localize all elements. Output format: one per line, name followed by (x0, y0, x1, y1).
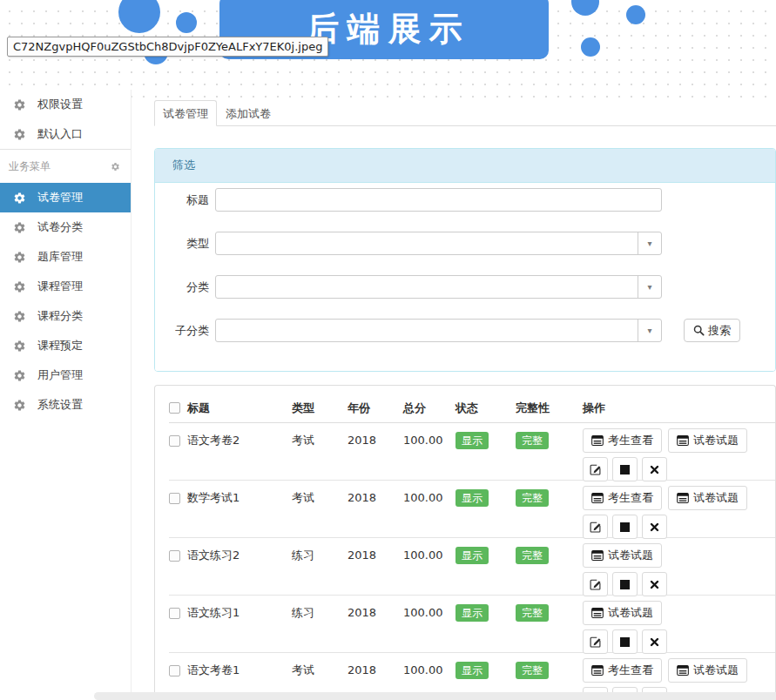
tab-add-paper[interactable]: 添加试卷 (217, 100, 280, 126)
gear-icon (13, 98, 26, 111)
stop-icon (620, 580, 630, 589)
paper-questions-button[interactable]: 试卷试题 (668, 428, 747, 453)
delete-button[interactable] (642, 572, 667, 596)
chevron-down-icon[interactable]: ▾ (638, 276, 661, 298)
table-header-row: 标题 类型 年份 总分 状态 完整性 操作 (169, 394, 775, 423)
student-view-label: 考生查看 (608, 433, 653, 448)
column-header-type: 类型 (292, 396, 348, 421)
title-input[interactable] (215, 188, 662, 212)
edit-button[interactable] (583, 572, 608, 596)
subcategory-field-label: 子分类 (155, 323, 209, 339)
row-operations: 试卷试题 (583, 601, 775, 654)
paper-year: 2018 (348, 601, 403, 625)
chevron-down-icon[interactable]: ▾ (638, 320, 661, 341)
gear-icon (13, 369, 26, 382)
close-icon (650, 580, 659, 589)
delete-button[interactable] (642, 515, 667, 539)
row-checkbox[interactable] (169, 608, 180, 619)
list-alt-icon (591, 665, 604, 676)
stop-icon (620, 637, 630, 647)
paper-questions-label: 试卷试题 (693, 663, 739, 678)
row-operations: 试卷试题 (583, 543, 775, 596)
paper-score: 100.00 (403, 601, 455, 625)
subcategory-select[interactable]: ▾ (215, 319, 662, 342)
status-badge: 显示 (455, 432, 489, 449)
paper-questions-button[interactable]: 试卷试题 (668, 658, 747, 683)
paper-questions-button[interactable]: 试卷试题 (583, 601, 662, 625)
status-badge: 显示 (455, 662, 489, 679)
sidebar-item-label: 题库管理 (37, 249, 83, 265)
paper-questions-label: 试卷试题 (693, 433, 739, 448)
column-header-operations: 操作 (583, 396, 775, 421)
sidebar-item[interactable]: 默认入口 (0, 119, 131, 149)
filter-form: 标题 类型 ▾ 分类 ▾ 子分类 ▾ (155, 183, 775, 371)
paper-type: 考试 (292, 658, 348, 683)
paper-score: 100.00 (403, 658, 455, 683)
filter-panel-title: 筛选 (155, 149, 775, 183)
sidebar-section-label: 业务菜单 (9, 159, 51, 174)
type-select[interactable]: ▾ (215, 232, 662, 255)
paper-score: 100.00 (403, 486, 455, 510)
paper-title: 语文考卷1 (187, 658, 292, 683)
stop-button[interactable] (612, 572, 638, 596)
edit-button[interactable] (583, 629, 608, 654)
student-view-button[interactable]: 考生查看 (583, 658, 662, 683)
list-alt-icon (677, 435, 689, 446)
stop-button[interactable] (612, 629, 638, 654)
papers-table-panel: 标题 类型 年份 总分 状态 完整性 操作 语文考卷2 考试 2018 100.… (154, 385, 776, 700)
delete-button[interactable] (642, 629, 667, 654)
sidebar-item[interactable]: 课程分类 (0, 301, 131, 331)
gear-icon (13, 221, 26, 234)
sidebar-item[interactable]: 课程管理 (0, 272, 131, 301)
close-icon (650, 522, 659, 532)
paper-questions-button[interactable]: 试卷试题 (583, 543, 662, 568)
student-view-button[interactable]: 考生查看 (583, 486, 662, 510)
column-header-status: 状态 (455, 396, 516, 421)
filter-row-title: 标题 (155, 188, 775, 212)
filename-label: C72NZgvpHQF0uZGStbCh8DvjpF0ZYeALFxY7EK0j… (7, 37, 328, 57)
chevron-down-icon[interactable]: ▾ (638, 232, 661, 254)
column-header-title: 标题 (187, 396, 292, 421)
sidebar-item-label: 试卷分类 (37, 219, 83, 235)
stop-button[interactable] (612, 457, 638, 481)
status-badge: 显示 (455, 604, 489, 622)
sidebar-item[interactable]: 用户管理 (0, 360, 131, 390)
sidebar-item[interactable]: 系统设置 (0, 390, 131, 420)
row-checkbox[interactable] (169, 550, 180, 562)
edit-button[interactable] (583, 515, 608, 539)
select-all-checkbox[interactable] (169, 402, 180, 414)
category-select[interactable]: ▾ (215, 275, 662, 299)
student-view-label: 考生查看 (608, 663, 653, 678)
delete-button[interactable] (642, 457, 667, 481)
row-checkbox[interactable] (169, 665, 180, 676)
paper-type: 考试 (292, 428, 348, 453)
table-row: 语文练习1 练习 2018 100.00 显示 完整 试卷试题 (169, 596, 775, 653)
search-button[interactable]: 搜索 (684, 319, 740, 342)
gear-icon[interactable] (111, 162, 120, 172)
integrity-badge: 完整 (516, 662, 549, 679)
tab-paper-management[interactable]: 试卷管理 (154, 100, 217, 126)
integrity-badge: 完整 (516, 489, 549, 507)
paper-title: 数学考试1 (187, 486, 292, 510)
sidebar-item[interactable]: 试卷分类 (0, 212, 131, 242)
paper-questions-button[interactable]: 试卷试题 (668, 486, 747, 510)
stop-button[interactable] (612, 515, 638, 539)
edit-icon (590, 636, 601, 648)
edit-button[interactable] (583, 457, 608, 481)
sidebar-item[interactable]: 试卷管理 (0, 183, 131, 212)
row-operations: 考生查看 试卷试题 (583, 428, 775, 481)
edit-icon (590, 464, 601, 475)
paper-year: 2018 (348, 543, 403, 568)
row-checkbox[interactable] (169, 435, 180, 447)
row-checkbox[interactable] (169, 493, 180, 504)
table-body: 语文考卷2 考试 2018 100.00 显示 完整 考生查看 (169, 423, 775, 700)
type-field-label: 类型 (155, 236, 209, 252)
paper-score: 100.00 (403, 543, 455, 568)
sidebar-item[interactable]: 权限设置 (0, 90, 131, 119)
list-alt-icon (591, 608, 604, 618)
student-view-button[interactable]: 考生查看 (583, 428, 662, 453)
sidebar-item[interactable]: 课程预定 (0, 331, 131, 360)
horizontal-scrollbar[interactable] (94, 692, 776, 700)
sidebar-item[interactable]: 题库管理 (0, 242, 131, 272)
sidebar-item-label: 权限设置 (37, 97, 83, 112)
